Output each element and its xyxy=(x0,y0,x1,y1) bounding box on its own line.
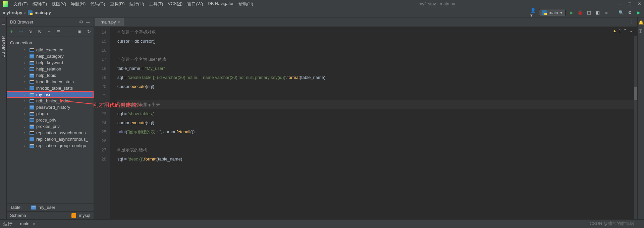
menu-item[interactable]: 视图(V) xyxy=(50,0,68,8)
gear-icon[interactable]: ⚙ xyxy=(79,19,83,25)
add-user-icon[interactable]: 👤▾ xyxy=(530,10,536,15)
chevron-right-icon[interactable]: › xyxy=(24,60,28,65)
tree-item[interactable]: ›my_user xyxy=(7,91,94,98)
collapse-icon[interactable]: ⇱ xyxy=(37,29,42,35)
chevron-right-icon[interactable]: › xyxy=(24,92,28,97)
svg-rect-10 xyxy=(30,56,34,56)
run-config-selector[interactable]: main ▾ xyxy=(539,9,566,16)
editor-scrollbar[interactable] xyxy=(634,36,637,219)
menu-item[interactable]: 代码(C) xyxy=(88,0,107,8)
tree-item[interactable]: ›innodb_index_stats xyxy=(7,79,94,85)
maximize-icon[interactable]: ☐ xyxy=(628,1,632,6)
chevron-right-icon[interactable]: › xyxy=(24,47,28,52)
code-area[interactable]: 141516171819202122232425262728 # 创建一个游标对… xyxy=(94,27,637,219)
close-tab-icon[interactable]: × xyxy=(118,19,121,25)
tree-icon[interactable]: ⌂ xyxy=(46,29,52,35)
tab-menu-icon[interactable]: ⋮ xyxy=(630,19,637,25)
tree-item[interactable]: ›password_history xyxy=(7,104,94,110)
tree-item[interactable]: ›gtid_executed xyxy=(7,47,94,53)
menu-item[interactable]: VCS(S) xyxy=(166,0,184,8)
menu-item[interactable]: 帮助(H) xyxy=(236,0,255,8)
database-tool-icon[interactable]: ◫ xyxy=(638,28,644,34)
chevron-right-icon[interactable]: › xyxy=(24,111,28,116)
tree-item[interactable]: ›proxies_priv xyxy=(7,123,94,130)
chevron-right-icon[interactable]: › xyxy=(24,105,28,110)
svg-rect-30 xyxy=(30,88,34,88)
run-icon[interactable]: ▶ xyxy=(569,10,574,15)
svg-rect-63 xyxy=(30,140,34,140)
db-tree[interactable]: Connection ›gtid_executed›help_category›… xyxy=(7,37,94,203)
svg-rect-13 xyxy=(30,61,34,62)
chevron-right-icon[interactable]: › xyxy=(24,54,28,59)
chevron-right-icon[interactable]: › xyxy=(24,66,28,72)
settings-icon[interactable]: ⚙ xyxy=(627,10,633,15)
chevron-right-icon[interactable]: › xyxy=(24,118,28,123)
menu-item[interactable]: 导航(N) xyxy=(69,0,88,8)
run-target[interactable]: main xyxy=(20,221,30,226)
expand-icon[interactable]: ⇲ xyxy=(28,29,33,35)
close-icon[interactable]: ✕ xyxy=(638,1,641,6)
tree-item[interactable]: ›help_topic xyxy=(7,72,94,79)
tree-item[interactable]: ›procs_priv xyxy=(7,117,94,123)
chevron-right-icon[interactable]: › xyxy=(24,124,28,129)
breadcrumb[interactable]: myfirstpy › main.py xyxy=(3,10,51,15)
chevron-right-icon[interactable]: › xyxy=(24,79,28,84)
breadcrumb-file[interactable]: main.py xyxy=(35,10,51,15)
tree-item[interactable]: ›help_relation xyxy=(7,66,94,72)
add-connection-icon[interactable]: + xyxy=(9,29,14,35)
menu-item[interactable]: 编辑(E) xyxy=(31,0,49,8)
tree-item[interactable]: ›ndb_binlog_index xyxy=(7,98,94,104)
filter-icon[interactable]: ☰ xyxy=(56,29,61,35)
scrollbar-thumb[interactable] xyxy=(634,87,637,100)
chevron-right-icon[interactable]: › xyxy=(24,98,28,103)
tree-item[interactable]: ›help_category xyxy=(7,53,94,59)
table-icon xyxy=(30,131,34,135)
stop-icon[interactable]: ■ xyxy=(604,10,609,15)
menu-item[interactable]: 窗口(W) xyxy=(185,0,205,8)
tree-item[interactable]: ›replication_asynchronous_ xyxy=(7,130,94,136)
svg-rect-50 xyxy=(30,120,34,120)
sidebar-title: DB Browser xyxy=(10,19,79,25)
svg-rect-5 xyxy=(30,48,34,49)
run-toolwindow-label[interactable]: 运行: xyxy=(3,221,13,227)
notifications-icon[interactable]: 🔔 xyxy=(638,20,644,26)
refresh-connection-icon[interactable]: ↻ xyxy=(86,29,92,35)
window-controls: ─ ☐ ✕ xyxy=(619,1,641,6)
minimize-icon[interactable]: ─ xyxy=(619,1,622,6)
menu-item[interactable]: DB Navigator xyxy=(206,0,235,8)
run-anything-icon[interactable]: ▶ xyxy=(636,10,641,15)
db-browser-tab[interactable]: DB Browser xyxy=(1,36,6,57)
breadcrumb-project[interactable]: myfirstpy xyxy=(3,10,22,15)
chevron-right-icon[interactable]: › xyxy=(24,130,28,135)
profile-icon[interactable]: ◧ xyxy=(595,10,600,15)
left-tool-strip: ▭ DB Browser xyxy=(0,17,7,219)
editor-tab-main[interactable]: main.py × xyxy=(95,18,124,26)
chevron-right-icon[interactable]: › xyxy=(24,143,28,148)
console-icon[interactable]: ▣ xyxy=(77,29,82,35)
code-content[interactable]: # 创建一个游标对象cursor = db.cursor() # 创建一个名为 … xyxy=(111,27,637,219)
menu-item[interactable]: 文件(F) xyxy=(11,0,30,8)
tree-item[interactable]: ›plugin xyxy=(7,110,94,117)
tree-item[interactable]: ›help_keyword xyxy=(7,59,94,66)
tree-item[interactable]: ›innodb_table_stats xyxy=(7,85,94,91)
chevron-right-icon[interactable]: › xyxy=(24,137,28,142)
tree-item[interactable]: ›replication_asynchronous_ xyxy=(7,136,94,142)
debug-icon[interactable]: 🐞 xyxy=(578,10,583,15)
sidebar-footer: Table: my_user Schema mysql xyxy=(7,203,94,219)
chevron-right-icon[interactable]: › xyxy=(24,73,28,78)
chevron-right-icon[interactable]: › xyxy=(24,86,28,91)
tree-item[interactable]: ›replication_group_configu xyxy=(7,142,94,149)
menu-item[interactable]: 重构(R) xyxy=(108,0,127,8)
python-file-icon xyxy=(542,10,547,15)
search-icon[interactable]: 🔍 xyxy=(619,10,624,15)
table-label: Table: xyxy=(10,205,29,210)
project-tool-icon[interactable]: ▭ xyxy=(1,21,5,26)
tree-item-label: help_relation xyxy=(36,66,61,72)
menu-item[interactable]: 运行(U) xyxy=(127,0,146,8)
close-run-icon[interactable]: × xyxy=(33,221,36,226)
menu-item[interactable]: 工具(T) xyxy=(147,0,165,8)
coverage-icon[interactable]: ⬚ xyxy=(586,10,592,15)
hide-icon[interactable]: — xyxy=(86,19,90,25)
back-icon[interactable]: ↩ xyxy=(18,29,23,35)
tree-item-label: my_user xyxy=(36,92,53,97)
